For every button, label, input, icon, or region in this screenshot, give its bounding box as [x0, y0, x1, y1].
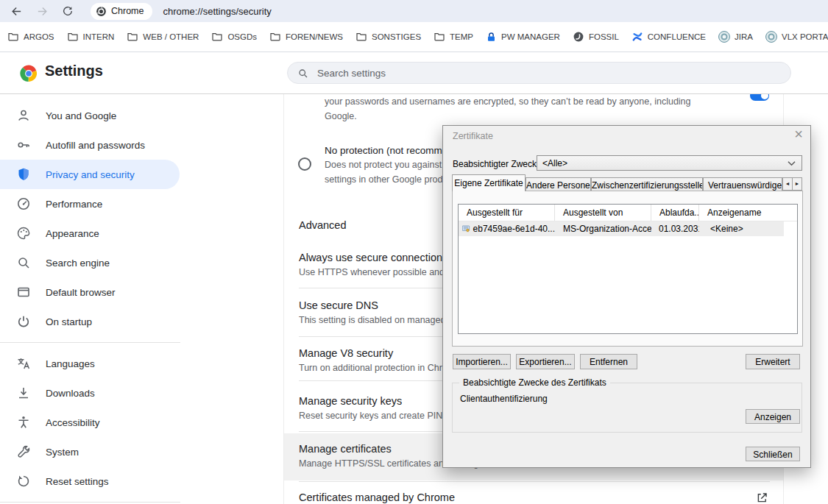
tab-vertrauenswuerdige[interactable]: Vertrauenswürdige Stammzertifizierungsst… — [703, 177, 782, 191]
sidebar-item-you-and-google[interactable]: You and Google — [0, 101, 180, 130]
sidebar-label: Search engine — [46, 258, 110, 269]
dialog-close-button[interactable]: × — [794, 127, 803, 141]
sidebar-item-reset-settings[interactable]: Reset settings — [0, 466, 180, 496]
chevron-down-icon — [788, 160, 796, 166]
tab-scroll-left-button[interactable]: ◄ — [782, 177, 793, 191]
bookmark-foren-news[interactable]: FOREN/NEWS — [269, 31, 343, 43]
bookmark-label: FOREN/NEWS — [286, 32, 343, 41]
bookmark-vlx-portal[interactable]: VLX PORTAL — [765, 31, 828, 43]
certificate-icon — [462, 224, 470, 234]
settings-search[interactable] — [287, 62, 791, 84]
sidebar-item-languages[interactable]: Languages — [0, 349, 180, 378]
view-button[interactable]: Anzeigen — [746, 409, 800, 424]
external-link-icon[interactable] — [756, 491, 768, 504]
sidebar-label: Reset settings — [46, 476, 109, 487]
sidebar-label: Appearance — [46, 228, 99, 239]
column-issued-by[interactable]: Ausgestellt von — [555, 205, 651, 221]
bookmark-pw-manager[interactable]: PW MANAGER — [486, 32, 560, 43]
bookmark-confluence[interactable]: CONFLUENCE — [631, 31, 706, 43]
tab-andere-personen[interactable]: Andere Personen — [526, 177, 591, 191]
tab-zwischenzertifizierungsstellen[interactable]: Zwischenzertifizierungsstellen — [591, 177, 703, 191]
export-button[interactable]: Exportieren... — [516, 354, 575, 369]
sidebar-label: Performance — [46, 199, 102, 210]
purpose-combobox[interactable]: <Alle> — [537, 155, 802, 171]
sidebar-divider — [0, 342, 180, 343]
table-row[interactable]: eb7459ae-6e1d-40... MS-Organization-Acce… — [459, 221, 784, 236]
tab-label: Vertrauenswürdige Stammzertifizierungsst… — [708, 180, 782, 191]
forward-arrow-icon — [36, 5, 49, 18]
bookmark-intern[interactable]: INTERN — [67, 31, 115, 43]
sidebar-label: Privacy and security — [46, 169, 135, 180]
advanced-section-label: Advanced — [299, 219, 347, 231]
sidebar-item-privacy-security[interactable]: Privacy and security — [0, 160, 180, 189]
sidebar-item-autofill[interactable]: Autofill and passwords — [0, 130, 180, 160]
cell-issued-to: eb7459ae-6e1d-40... — [473, 224, 555, 234]
column-expiration[interactable]: Ablaufda... — [651, 205, 699, 221]
shield-icon — [16, 167, 31, 182]
sidebar-item-system[interactable]: System — [0, 437, 180, 466]
sidebar-item-downloads[interactable]: Downloads — [0, 378, 180, 408]
row-manage-certificates-title[interactable]: Manage certificates — [299, 443, 392, 455]
site-favicon — [765, 31, 777, 43]
forward-button[interactable] — [32, 1, 52, 21]
row-secure-connections-title[interactable]: Always use secure connections — [299, 252, 447, 263]
bookmark-argos[interactable]: ARGOS — [7, 31, 54, 43]
row-chrome-certificates-title[interactable]: Certificates managed by Chrome — [299, 491, 455, 503]
row-divider — [299, 481, 770, 482]
folder-icon — [211, 31, 223, 43]
toggle-knob — [761, 94, 768, 99]
bookmark-jira[interactable]: JIRA — [718, 31, 753, 43]
toggle-on[interactable] — [750, 94, 769, 101]
reload-button[interactable] — [58, 1, 77, 21]
remove-button[interactable]: Entfernen — [580, 354, 637, 369]
chrome-mono-icon — [96, 6, 107, 17]
bookmark-label: CONFLUENCE — [648, 32, 706, 41]
page-title: Settings — [45, 63, 103, 79]
import-button[interactable]: Importieren... — [453, 354, 511, 369]
bookmark-fossil[interactable]: FOSSIL — [573, 31, 619, 43]
palette-icon — [16, 226, 31, 241]
sidebar-item-search-engine[interactable]: Search engine — [0, 248, 180, 277]
tab-scroll-right-button[interactable]: ► — [792, 177, 802, 191]
power-icon — [16, 314, 31, 329]
advanced-button[interactable]: Erweitert — [746, 354, 800, 369]
browser-toolbar: Chrome chrome://settings/security — [0, 0, 828, 22]
search-input[interactable] — [316, 67, 771, 79]
tab-eigene-zertifikate[interactable]: Eigene Zertifikate — [452, 174, 526, 191]
site-chip[interactable]: Chrome — [91, 3, 152, 20]
sidebar-item-on-startup[interactable]: On startup — [0, 307, 180, 336]
close-button[interactable]: Schließen — [746, 447, 800, 461]
row-security-keys-title[interactable]: Manage security keys — [299, 395, 402, 407]
bookmark-sonstiges[interactable]: SONSTIGES — [355, 31, 421, 43]
encryption-note-line1: your passwords and usernames are encrypt… — [325, 96, 691, 107]
confluence-icon — [631, 31, 643, 43]
lock-icon — [486, 32, 497, 43]
encryption-note-line2: Google. — [325, 111, 357, 121]
sidebar-item-performance[interactable]: Performance — [0, 189, 180, 219]
url-text[interactable]: chrome://settings/security — [163, 6, 271, 17]
back-button[interactable] — [7, 1, 26, 21]
column-display-name[interactable]: Anzeigename — [699, 205, 784, 221]
sidebar-item-appearance[interactable]: Appearance — [0, 219, 180, 248]
sidebar-item-default-browser[interactable]: Default browser — [0, 277, 180, 307]
browser-window-icon — [16, 285, 31, 299]
row-secure-dns-title[interactable]: Use secure DNS — [299, 299, 378, 311]
back-arrow-icon — [10, 5, 23, 18]
bookmark-osgds[interactable]: OSGDs — [211, 31, 257, 43]
bookmark-web-other[interactable]: WEB / OTHER — [127, 31, 199, 43]
row-v8-security-title[interactable]: Manage V8 security — [299, 347, 393, 359]
sidebar-label: Autofill and passwords — [46, 140, 145, 151]
sidebar-item-accessibility[interactable]: Accessibility — [0, 408, 180, 437]
certificates-table: Ausgestellt für Ausgestellt von Ablaufda… — [458, 204, 798, 334]
folder-icon — [269, 31, 281, 43]
certificate-purposes-groupbox: Beabsichtigte Zwecke des Zertifikats Cli… — [452, 383, 802, 433]
bookmark-temp[interactable]: TEMP — [434, 31, 473, 43]
site-favicon — [718, 31, 730, 43]
column-issued-to[interactable]: Ausgestellt für — [459, 205, 555, 221]
tab-label: Eigene Zertifikate — [454, 178, 523, 188]
folder-icon — [434, 31, 445, 43]
bookmark-label: ARGOS — [24, 32, 54, 41]
bookmark-label: WEB / OTHER — [143, 32, 199, 41]
bookmark-label: JIRA — [735, 32, 753, 41]
radio-no-protection[interactable] — [298, 157, 311, 171]
